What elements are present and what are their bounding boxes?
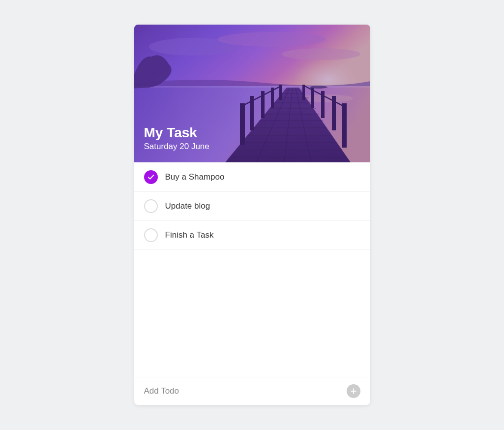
header-text: My Task Saturday 20 June [144,125,209,152]
task-list: Buy a Shampoo Update blog Finish a Task [134,162,370,377]
check-icon [148,174,154,181]
header-image: My Task Saturday 20 June [134,25,370,162]
task-checkbox-unchecked[interactable] [144,199,158,213]
task-checkbox-checked[interactable] [144,170,158,184]
task-item[interactable]: Buy a Shampoo [134,162,370,192]
plus-icon [350,388,357,395]
task-label: Finish a Task [165,230,214,240]
task-card: My Task Saturday 20 June Buy a Shampoo U… [134,25,370,405]
task-label: Update blog [165,201,210,211]
page-title: My Task [144,125,209,141]
task-item[interactable]: Finish a Task [134,221,370,250]
page-date: Saturday 20 June [144,142,209,152]
task-item[interactable]: Update blog [134,192,370,221]
task-label: Buy a Shampoo [165,172,225,182]
task-checkbox-unchecked[interactable] [144,228,158,242]
add-todo-input[interactable] [144,386,347,396]
add-todo-button[interactable] [347,384,360,398]
add-todo-footer [134,377,370,405]
